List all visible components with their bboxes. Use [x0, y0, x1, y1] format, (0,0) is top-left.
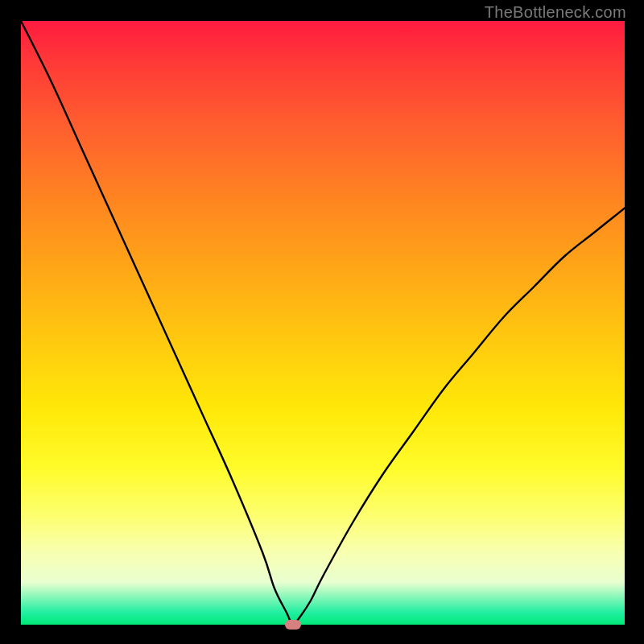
bottleneck-curve — [21, 21, 625, 625]
minimum-marker — [285, 620, 301, 630]
watermark-text: TheBottleneck.com — [485, 3, 626, 22]
chart-plot-area — [21, 21, 625, 625]
